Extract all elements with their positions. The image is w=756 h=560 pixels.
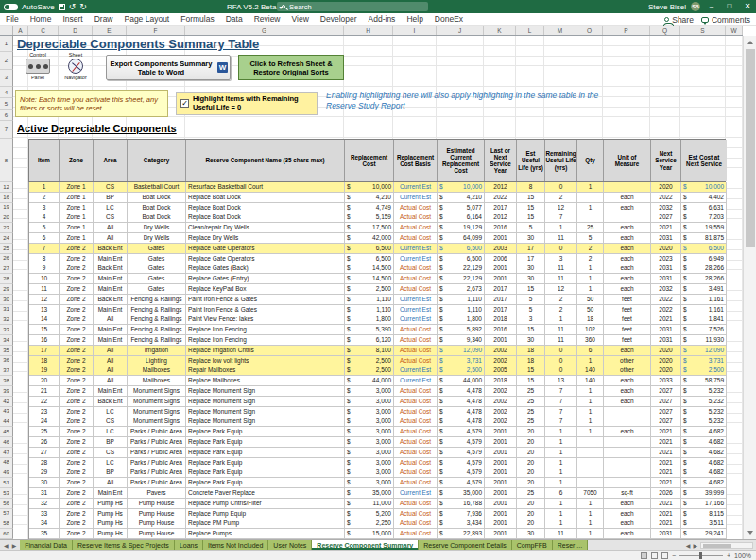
cell-next-service-year[interactable]: 2020	[651, 356, 681, 366]
cell-replacement-cost[interactable]: $4,210	[345, 193, 394, 203]
scroll-up-icon[interactable]	[747, 41, 753, 44]
cell-last-service-year[interactable]: 2018	[485, 314, 517, 325]
cell-qty[interactable]: 25	[577, 223, 604, 233]
table-row[interactable]: 2Zone 1BPBoat DockReplace Boat Dock$4,21…	[29, 193, 727, 203]
cell-component-name[interactable]: Paint Iron Fence & Gates	[186, 295, 345, 305]
cell-zone[interactable]: Zone 1	[60, 223, 94, 233]
cell-next-service-year[interactable]: 2033	[651, 376, 681, 386]
table-row[interactable]: 15Zone 2Main EntFencing & RailingsReplac…	[29, 325, 727, 335]
cell-area[interactable]: BP	[94, 467, 128, 478]
cell-component-name[interactable]: Replace Monument Sign	[186, 416, 345, 427]
cell-useful-life[interactable]: 25	[517, 407, 545, 417]
horizontal-scroll-thumb[interactable]	[703, 544, 731, 548]
cell-next-cost[interactable]: $4,682	[681, 448, 727, 458]
tabs-more-right-icon[interactable]: ▶	[693, 542, 697, 549]
cell-cost-basis[interactable]: Actual Cost	[394, 467, 438, 478]
column-header-D[interactable]: D	[59, 26, 93, 35]
cell-qty[interactable]: 1	[577, 499, 604, 509]
cell-next-cost[interactable]: $5,232	[681, 397, 727, 407]
cell-unit[interactable]: other	[604, 365, 651, 376]
cell-next-service-year[interactable]: 2021	[651, 478, 681, 488]
zoom-slider[interactable]	[679, 555, 723, 556]
cell-component-name[interactable]: Replace Gates (Back)	[186, 263, 345, 274]
table-row[interactable]: 26Zone 2BPParks / Public AreaReplace Par…	[29, 437, 727, 448]
cell-area[interactable]: LC	[94, 427, 128, 437]
cell-last-service-year[interactable]: 2022	[485, 193, 517, 203]
cell-qty[interactable]	[577, 437, 604, 448]
cell-next-cost[interactable]: $4,682	[681, 478, 727, 488]
cell-replacement-cost[interactable]: $5,390	[345, 325, 394, 335]
cell-category[interactable]: Dry Wells	[128, 233, 186, 244]
cell-zone[interactable]: Zone 1	[60, 203, 94, 213]
cell-next-service-year[interactable]: 2020	[651, 244, 681, 254]
zoom-level[interactable]: 100%	[734, 552, 751, 559]
cell-unit[interactable]: each	[604, 518, 651, 529]
worksheet-grid[interactable]: 1234567812161920232425262728293031323334…	[0, 36, 743, 539]
cell-item[interactable]: 5	[29, 223, 60, 233]
cell-zone[interactable]: Zone 2	[60, 244, 94, 254]
cell-area[interactable]: Pump Hs	[94, 499, 128, 509]
cell-est-current-cost[interactable]: $1,800	[438, 314, 485, 325]
cell-replacement-cost[interactable]: $3,000	[345, 416, 394, 427]
cell-useful-life[interactable]: 30	[517, 335, 545, 346]
row-header-19[interactable]: 19	[0, 203, 13, 213]
cell-useful-life[interactable]: 30	[517, 274, 545, 284]
cell-replacement-cost[interactable]: $44,000	[345, 376, 394, 386]
cell-category[interactable]: Pump House	[128, 499, 186, 509]
table-row[interactable]: 8Zone 2Main EntGatesReplace Gate Operato…	[29, 254, 727, 264]
cell-last-service-year[interactable]: 2017	[485, 305, 517, 315]
cell-next-service-year[interactable]: 2021	[651, 518, 681, 529]
cell-unit[interactable]	[604, 467, 651, 478]
cell-item[interactable]: 28	[29, 458, 60, 468]
cell-item[interactable]: 7	[29, 244, 60, 254]
cell-next-cost[interactable]: $6,631	[681, 203, 727, 213]
cell-useful-life[interactable]: 5	[517, 295, 545, 305]
ribbon-tab-home[interactable]: Home	[25, 13, 58, 25]
cell-next-cost[interactable]: $10,000	[681, 182, 727, 193]
cell-next-cost[interactable]: $17,166	[681, 499, 727, 509]
cell-est-current-cost[interactable]: $4,478	[438, 407, 485, 417]
cell-item[interactable]: 13	[29, 305, 60, 315]
cell-last-service-year[interactable]: 2016	[485, 223, 517, 233]
col-est-useful-life-yrs[interactable]: Est Useful Life (yrs)	[517, 140, 545, 181]
cell-last-service-year[interactable]: 2017	[485, 203, 517, 213]
cell-next-cost[interactable]: $28,266	[681, 263, 727, 274]
cell-next-service-year[interactable]: 2020	[651, 346, 681, 356]
cell-qty[interactable]: 1	[577, 407, 604, 417]
cell-next-cost[interactable]: $3,731	[681, 356, 727, 366]
cell-next-service-year[interactable]: 2021	[651, 427, 681, 437]
cell-useful-life[interactable]: 8	[517, 182, 545, 193]
cell-unit[interactable]: each	[604, 203, 651, 213]
cell-cost-basis[interactable]: Actual Cost	[394, 223, 438, 233]
cell-remaining-life[interactable]: 0	[545, 356, 577, 366]
row-header-27[interactable]: 27	[0, 263, 13, 274]
sheet-tab-user-notes[interactable]: User Notes	[268, 540, 312, 550]
cell-next-service-year[interactable]: 2032	[651, 203, 681, 213]
cell-cost-basis[interactable]: Current Est	[394, 254, 438, 264]
sheet-tab-reserve-items-spec-projects[interactable]: Reserve Items & Spec Projects	[73, 540, 175, 550]
cell-component-name[interactable]: Paint Iron Fence & Gates	[186, 305, 345, 315]
cell-next-service-year[interactable]: 2020	[651, 365, 681, 376]
cell-category[interactable]: Boat Dock	[128, 203, 186, 213]
row-header-7[interactable]: 7	[0, 121, 13, 139]
cell-cost-basis[interactable]: Actual Cost	[394, 509, 438, 519]
cell-area[interactable]: Main Ent	[94, 386, 128, 397]
ribbon-tab-file[interactable]: File	[0, 13, 25, 25]
cell-useful-life[interactable]: 25	[517, 488, 545, 499]
cell-useful-life[interactable]: 17	[517, 244, 545, 254]
cell-qty[interactable]	[577, 458, 604, 468]
cell-cost-basis[interactable]: Actual Cost	[394, 263, 438, 274]
cell-useful-life[interactable]: 15	[517, 325, 545, 335]
cell-replacement-cost[interactable]: $3,000	[345, 467, 394, 478]
cell-cost-basis[interactable]: Current Est	[394, 488, 438, 499]
cell-cost-basis[interactable]: Actual Cost	[394, 346, 438, 356]
cell-category[interactable]: Boat Dock	[128, 193, 186, 203]
table-row[interactable]: 5Zone 1AllDry WellsClean/repair Dry Well…	[29, 223, 727, 233]
cell-est-current-cost[interactable]: $16,788	[438, 499, 485, 509]
vertical-scrollbar[interactable]	[743, 36, 756, 539]
cell-component-name[interactable]: Replace Pumps	[186, 529, 345, 539]
cell-category[interactable]: Fencing & Railings	[128, 314, 186, 325]
cell-replacement-cost[interactable]: $3,000	[345, 448, 394, 458]
cell-qty[interactable]: 50	[577, 305, 604, 315]
ribbon-tab-doneex[interactable]: DoneEx	[429, 13, 469, 25]
